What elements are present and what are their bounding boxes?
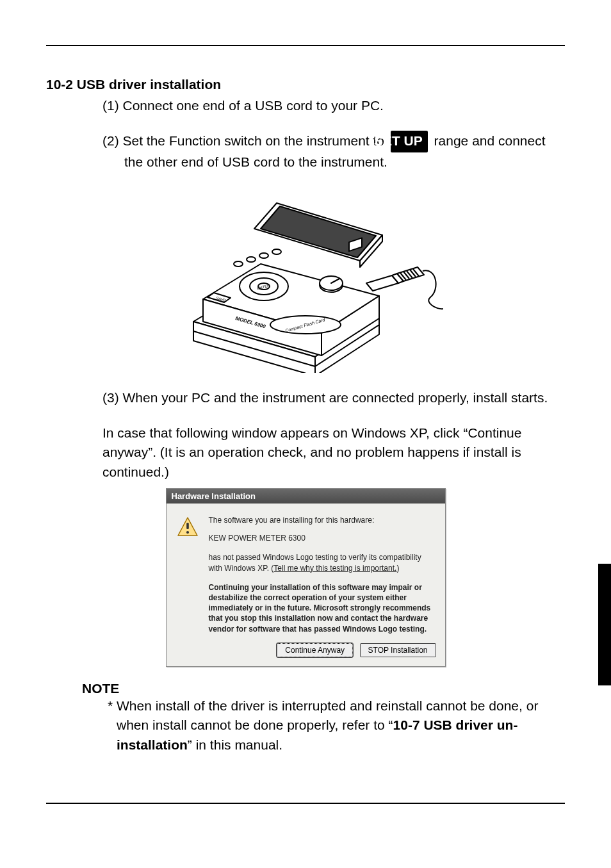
dialog-compat-line: has not passed Windows Logo testing to v… — [209, 552, 435, 573]
svg-point-14 — [234, 261, 243, 266]
dialog-titlebar: Hardware Installation — [167, 489, 445, 504]
step-3: (3) When your PC and the instrument are … — [102, 388, 565, 407]
hardware-install-dialog: Hardware Installation The software you a… — [166, 488, 446, 667]
manual-page: 10-2 USB driver installation (1) Connect… — [0, 0, 611, 868]
dialog-compat-suffix: ) — [396, 564, 399, 573]
dialog-line1: The software you are installing for this… — [209, 515, 435, 525]
setup-badge: SET UP — [391, 131, 428, 152]
warning-icon — [177, 516, 199, 538]
section-heading: 10-2 USB driver installation — [46, 77, 565, 92]
dialog-button-row: Continue Anyway STOP Installation — [167, 639, 445, 666]
svg-point-17 — [272, 249, 281, 254]
svg-point-16 — [259, 253, 268, 258]
dialog-device-name: KEW POWER METER 6300 — [209, 533, 435, 543]
dialog-body: The software you are installing for this… — [167, 504, 445, 639]
page-content: 10-2 USB driver installation (1) Connect… — [46, 46, 565, 755]
note-heading: NOTE — [82, 681, 565, 696]
device-illustration: ENTER SAVE MODEL 6300 Compact Flash Card — [168, 187, 443, 373]
dialog-why-link[interactable]: Tell me why this testing is important. — [273, 564, 396, 573]
install-steps-cont: (3) When your PC and the instrument are … — [102, 388, 565, 407]
step-2: (2) Set the Function switch on the instr… — [102, 131, 565, 172]
svg-point-15 — [247, 257, 256, 262]
stop-installation-button[interactable]: STOP Installation — [360, 643, 436, 657]
step-1: (1) Connect one end of a USB cord to you… — [102, 96, 565, 115]
dialog-text: The software you are installing for this… — [209, 515, 435, 634]
svg-rect-37 — [186, 523, 189, 529]
bottom-rule — [46, 803, 565, 804]
note-suffix: ” in this manual. — [188, 737, 282, 752]
note-body: * When install of the driver is interrup… — [108, 696, 565, 755]
continue-anyway-button[interactable]: Continue Anyway — [277, 643, 353, 657]
dialog-warning-block: Continuing your installation of this sof… — [209, 582, 435, 634]
svg-point-38 — [186, 531, 188, 534]
thumb-index-tab — [598, 564, 611, 685]
step-2-prefix: (2) Set the Function switch on the instr… — [102, 133, 384, 148]
xp-paragraph: In case that following window appears on… — [102, 423, 565, 482]
install-steps: (1) Connect one end of a USB cord to you… — [102, 96, 565, 172]
